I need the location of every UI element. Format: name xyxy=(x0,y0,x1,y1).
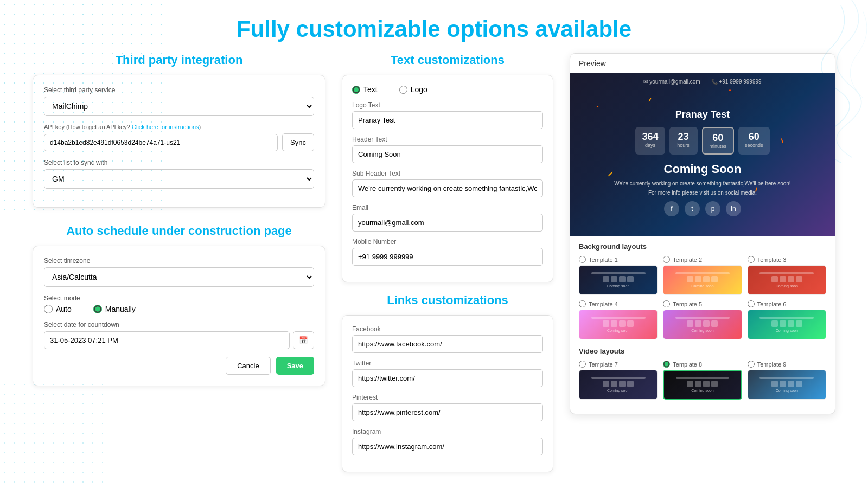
template-5-radio[interactable] xyxy=(663,300,670,307)
days-label: days xyxy=(642,143,658,148)
mode-auto-radio[interactable] xyxy=(44,305,53,313)
mode-manually-radio[interactable] xyxy=(93,305,102,313)
instagram-input[interactable] xyxy=(352,438,543,455)
save-button[interactable]: Save xyxy=(276,357,314,375)
pinterest-input[interactable] xyxy=(352,403,543,421)
countdown-boxes: 364 days 23 hours 60 minutes xyxy=(635,127,769,155)
mode-auto-option[interactable]: Auto xyxy=(44,305,72,313)
background-layouts-title: Background layouts xyxy=(579,242,826,251)
template-1-thumb[interactable]: Coming soon xyxy=(579,265,658,295)
auto-schedule-title: Auto schedule under construction page xyxy=(33,224,326,238)
logo-text-label: Logo Text xyxy=(352,101,543,109)
template-7-radio[interactable] xyxy=(579,361,586,368)
social-icons: f t p in xyxy=(664,201,741,216)
logo-text-input[interactable] xyxy=(352,111,543,129)
facebook-input[interactable] xyxy=(352,335,543,353)
header-text-input[interactable] xyxy=(352,145,543,163)
template-2-radio[interactable] xyxy=(663,256,670,263)
mobile-label: Mobile Number xyxy=(352,238,543,246)
tab-logo-option[interactable]: Logo xyxy=(399,85,427,94)
bg-dots-decoration xyxy=(0,0,163,217)
template-1-radio[interactable] xyxy=(579,256,586,263)
mobile-input[interactable] xyxy=(352,248,543,266)
auto-schedule-section: Auto schedule under construction page Se… xyxy=(33,224,326,386)
coming-soon-text: Coming Soon xyxy=(664,162,742,176)
template-6-radio[interactable] xyxy=(748,300,755,307)
cancel-button[interactable]: Cancle xyxy=(226,357,270,375)
template-item-3: Template 3 Coming soon xyxy=(748,256,826,295)
template-3-thumb[interactable]: Coming soon xyxy=(748,265,826,295)
template-6-label-row: Template 6 xyxy=(748,300,826,307)
template-item-5: Template 5 Coming soon xyxy=(663,300,742,339)
sync-button[interactable]: Sync xyxy=(282,133,314,151)
mode-label: Select mode xyxy=(44,294,314,302)
template-item-1: Template 1 Coming soon xyxy=(579,256,658,295)
tab-text-label: Text xyxy=(363,85,378,94)
template-2-label-row: Template 2 xyxy=(663,256,742,263)
template-item-7: Template 7 Coming soon xyxy=(579,361,658,400)
hours-label: hours xyxy=(676,143,691,148)
seconds-label: seconds xyxy=(745,143,763,148)
twitter-label: Twitter xyxy=(352,359,543,367)
date-label: Select date for countdown xyxy=(44,321,314,329)
template-8-label: Template 8 xyxy=(673,361,702,368)
header-text-label: Header Text xyxy=(352,136,543,143)
template-4-radio[interactable] xyxy=(579,300,586,307)
tab-text-radio[interactable] xyxy=(352,86,360,94)
template-5-thumb[interactable]: Coming soon xyxy=(663,310,742,339)
timezone-select[interactable]: Asia/Calcutta UTC xyxy=(44,267,314,287)
hours-value: 23 xyxy=(676,131,691,143)
social-note: For more info please visit us on social … xyxy=(648,190,757,196)
facebook-field: Facebook xyxy=(352,325,543,353)
countdown-minutes: 60 minutes xyxy=(702,127,735,155)
video-layouts-title: Video layouts xyxy=(579,347,826,355)
template-9-label: Template 9 xyxy=(757,361,787,368)
minutes-label: minutes xyxy=(710,144,727,149)
template-8-thumb[interactable]: Coming soon xyxy=(663,370,742,400)
facebook-icon[interactable]: f xyxy=(664,201,679,216)
preview-email: ✉ yourmail@gmail.com xyxy=(643,79,700,85)
sub-header-field: Sub Header Text xyxy=(352,170,543,197)
sub-header-input[interactable] xyxy=(352,179,543,197)
template-4-label: Template 4 xyxy=(589,301,618,307)
template-item-9: Template 9 Coming soon xyxy=(748,361,826,400)
links-customizations-card: Facebook Twitter Pinterest Instagram xyxy=(342,315,553,472)
mode-manually-option[interactable]: Manually xyxy=(93,305,136,313)
countdown-days: 364 days xyxy=(635,127,665,155)
pinterest-icon[interactable]: p xyxy=(705,201,720,216)
email-input[interactable] xyxy=(352,214,543,232)
date-input-row: 📅 xyxy=(44,331,314,349)
template-2-thumb[interactable]: Coming soon xyxy=(663,265,742,295)
template-7-label-row: Template 7 xyxy=(579,361,658,368)
template-7-thumb[interactable]: Coming soon xyxy=(579,370,658,400)
email-label: Email xyxy=(352,204,543,211)
instagram-icon[interactable]: in xyxy=(726,201,741,216)
twitter-icon[interactable]: t xyxy=(685,201,700,216)
date-input[interactable] xyxy=(44,331,290,349)
template-item-8: Template 8 Coming soon xyxy=(663,361,742,400)
tab-logo-radio[interactable] xyxy=(399,86,407,94)
mobile-field: Mobile Number xyxy=(352,238,543,266)
template-3-radio[interactable] xyxy=(748,256,755,263)
template-6-label: Template 6 xyxy=(757,301,787,307)
sub-header-label: Sub Header Text xyxy=(352,170,543,177)
template-9-thumb[interactable]: Coming soon xyxy=(748,370,826,400)
background-layouts-section: Background layouts Template 1 Coming soo… xyxy=(570,236,835,414)
right-column: Preview ✉ yourmail@gmail.com 📞 +91 9999 … xyxy=(570,53,835,483)
template-7-label: Template 7 xyxy=(589,361,618,368)
facebook-label: Facebook xyxy=(352,325,543,333)
tab-text-option[interactable]: Text xyxy=(352,85,378,94)
template-6-thumb[interactable]: Coming soon xyxy=(748,310,826,339)
template-9-label-row: Template 9 xyxy=(748,361,826,368)
template-9-radio[interactable] xyxy=(748,361,755,368)
template-8-radio[interactable] xyxy=(663,361,670,368)
template-4-thumb[interactable]: Coming soon xyxy=(579,310,658,339)
text-logo-tabs: Text Logo xyxy=(352,85,543,94)
template-8-label-row: Template 8 xyxy=(663,361,742,368)
preview-topbar: ✉ yourmail@gmail.com 📞 +91 9999 999999 xyxy=(570,79,835,85)
bg-dots-br-decoration xyxy=(0,380,108,488)
text-customizations-title: Text customizations xyxy=(342,53,553,67)
calendar-button[interactable]: 📅 xyxy=(293,331,314,349)
template-item-2: Template 2 Coming soon xyxy=(663,256,742,295)
twitter-input[interactable] xyxy=(352,369,543,387)
